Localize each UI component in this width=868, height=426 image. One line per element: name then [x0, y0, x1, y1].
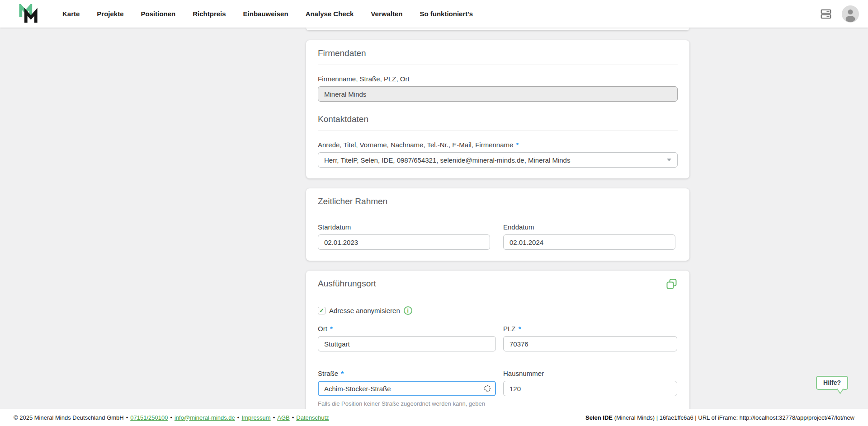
firmenname-label: Firmenname, Straße, PLZ, Ort: [318, 75, 678, 83]
user-avatar[interactable]: [842, 5, 859, 23]
separator: •: [126, 414, 128, 421]
plz-input[interactable]: [503, 336, 677, 351]
info-icon[interactable]: i: [404, 306, 412, 315]
previous-card-partial: [306, 28, 689, 30]
hausnummer-field: Hausnummer: [503, 360, 677, 409]
ausfuehrungsort-card: Ausführungsort ✓ Adresse anonymisieren i: [306, 271, 689, 409]
nav-item-karte[interactable]: Karte: [62, 10, 80, 18]
strasse-helper-text: Falls die Position keiner Straße zugeord…: [318, 399, 490, 409]
required-asterisk: *: [516, 141, 519, 149]
help-button[interactable]: Hilfe?: [816, 376, 848, 390]
plz-label: PLZ *: [503, 325, 677, 332]
navbar-actions: [820, 5, 859, 23]
anonymize-label[interactable]: Adresse anonymisieren: [329, 307, 400, 314]
form-column: Firmendaten Firmenname, Straße, PLZ, Ort…: [306, 28, 689, 409]
main-nav: Karte Projekte Positionen Richtpreis Ein…: [62, 10, 473, 18]
nav-item-einbauweisen[interactable]: Einbauweisen: [243, 10, 288, 18]
plz-field: PLZ *: [503, 315, 677, 351]
anonymize-row: ✓ Adresse anonymisieren i: [318, 306, 678, 315]
enddatum-input[interactable]: [503, 234, 675, 250]
enddatum-label: Enddatum: [503, 223, 677, 231]
firmendaten-title: Firmendaten: [318, 47, 678, 59]
firmendaten-card: Firmendaten Firmenname, Straße, PLZ, Ort…: [306, 40, 689, 178]
separator: •: [292, 414, 294, 421]
divider: [318, 131, 678, 131]
nav-item-analyse-check[interactable]: Analyse Check: [306, 10, 354, 18]
strasse-label: Straße *: [318, 370, 496, 377]
footer-app-name: Selen IDE: [585, 414, 613, 421]
enddatum-field: Enddatum: [503, 213, 677, 250]
required-asterisk: *: [330, 325, 333, 332]
separator: •: [273, 414, 275, 421]
navbar: Karte Projekte Positionen Richtpreis Ein…: [0, 0, 868, 28]
strasse-input[interactable]: [318, 381, 496, 396]
ort-field: Ort *: [318, 315, 496, 351]
kontaktdaten-title: Kontaktdaten: [318, 113, 678, 125]
kontakt-select-value: Herr, TitelP, Selen, IDE, 0987/654321, s…: [324, 156, 570, 164]
kontakt-label: Anrede, Titel, Vorname, Nachname, Tel.-N…: [318, 141, 678, 149]
nav-item-verwalten[interactable]: Verwalten: [371, 10, 402, 18]
separator: •: [170, 414, 172, 421]
ort-label-text: Ort: [318, 325, 327, 332]
nav-item-positionen[interactable]: Positionen: [141, 10, 176, 18]
footer-debug-text: (Mineral Minds) | 16fae1ffc6a6 | URL of …: [613, 414, 854, 421]
footer-link-phone[interactable]: 07151/250100: [130, 414, 168, 421]
footer-left: © 2025 Mineral Minds Deutschland GmbH • …: [14, 414, 329, 421]
plz-label-text: PLZ: [503, 325, 516, 332]
footer-link-datenschutz[interactable]: Datenschutz: [296, 414, 329, 421]
startdatum-label: Startdatum: [318, 223, 496, 231]
hausnummer-label: Hausnummer: [503, 370, 677, 377]
firmenname-input[interactable]: [318, 86, 678, 102]
footer-link-email[interactable]: info@mineral-minds.de: [175, 414, 235, 421]
kontakt-select[interactable]: Herr, TitelP, Selen, IDE, 0987/654321, s…: [318, 152, 678, 168]
server-icon[interactable]: [820, 8, 832, 20]
ort-label: Ort *: [318, 325, 496, 332]
required-asterisk: *: [341, 370, 344, 377]
divider: [318, 297, 678, 297]
startdatum-input[interactable]: [318, 234, 490, 250]
hausnummer-input[interactable]: [503, 381, 677, 396]
divider: [318, 65, 678, 65]
page-content: Firmendaten Firmenname, Straße, PLZ, Ort…: [0, 28, 868, 409]
copy-icon[interactable]: [665, 278, 678, 291]
strasse-label-text: Straße: [318, 370, 338, 377]
copyright-text: © 2025 Mineral Minds Deutschland GmbH: [14, 414, 124, 421]
mineral-minds-logo-icon[interactable]: [18, 4, 40, 24]
ort-input[interactable]: [318, 336, 496, 351]
separator: •: [237, 414, 240, 421]
nav-item-so-funktionierts[interactable]: So funktioniert's: [420, 10, 473, 18]
nav-item-projekte[interactable]: Projekte: [97, 10, 123, 18]
footer-link-impressum[interactable]: Impressum: [241, 414, 270, 421]
startdatum-field: Startdatum: [318, 213, 496, 250]
kontakt-label-text: Anrede, Titel, Vorname, Nachname, Tel.-N…: [318, 141, 513, 149]
strasse-field: Straße * Falls die Position keiner Straß…: [318, 360, 496, 409]
chevron-down-icon: [667, 159, 671, 161]
zeitlicher-rahmen-card: Zeitlicher Rahmen Startdatum Enddatum: [306, 188, 689, 261]
zeitlicher-rahmen-title: Zeitlicher Rahmen: [318, 196, 678, 207]
ausfuehrungsort-title: Ausführungsort: [318, 278, 376, 290]
helper-text-main: Falls die Position keiner Straße zugeord…: [318, 400, 486, 409]
loading-spinner-icon: [484, 385, 491, 392]
anonymize-checkbox[interactable]: ✓: [318, 307, 326, 314]
required-asterisk: *: [519, 325, 521, 332]
footer: © 2025 Mineral Minds Deutschland GmbH • …: [0, 409, 868, 426]
footer-debug-info: Selen IDE (Mineral Minds) | 16fae1ffc6a6…: [585, 414, 854, 421]
nav-item-richtpreis[interactable]: Richtpreis: [193, 10, 226, 18]
footer-link-agb[interactable]: AGB: [277, 414, 289, 421]
